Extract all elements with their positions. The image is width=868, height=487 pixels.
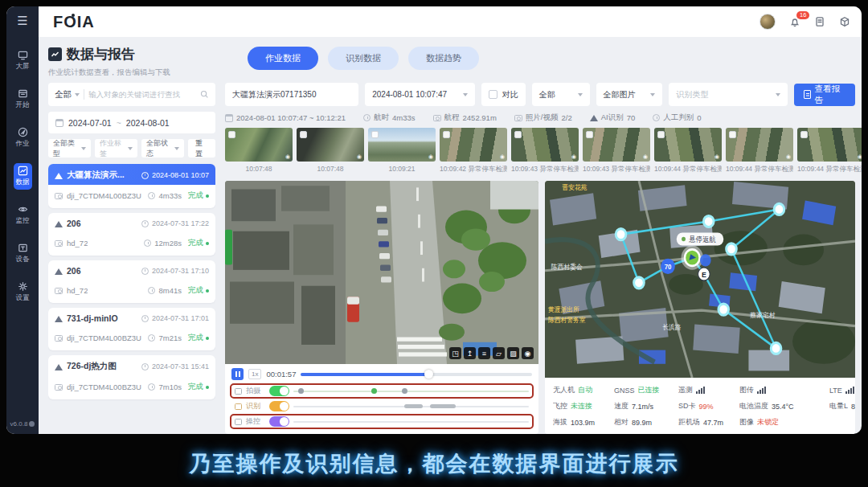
thumb-checkbox[interactable] bbox=[800, 131, 808, 138]
sidebar: ☰ 大屏 开始 作业 数据 监控 设备 bbox=[6, 6, 39, 434]
thumb-checkbox[interactable] bbox=[514, 131, 522, 138]
tab-mission-data[interactable]: 作业数据 bbox=[248, 47, 318, 70]
thumbnail[interactable]: ◉10:09:44 异常停车检测 bbox=[654, 128, 722, 174]
reports-button[interactable] bbox=[814, 16, 825, 27]
sidebar-item-bigscreen[interactable]: 大屏 bbox=[14, 47, 32, 74]
thumb-checkbox[interactable] bbox=[228, 131, 235, 138]
satellite-map: 70 悬停返航 bbox=[545, 181, 855, 378]
edit-icon[interactable]: ▱ bbox=[493, 347, 505, 359]
filter-type-select[interactable]: 全部类型 bbox=[48, 139, 91, 158]
signal-bars-icon bbox=[757, 387, 766, 394]
sidebar-item-label: 数据 bbox=[16, 178, 30, 187]
thumb-checkbox[interactable] bbox=[443, 131, 450, 138]
media-type-icon: ◉ bbox=[571, 153, 576, 160]
thumbnail[interactable]: ◉10:07:48 bbox=[225, 128, 293, 174]
thumb-checkbox[interactable] bbox=[586, 131, 593, 138]
images-select[interactable]: 全部图片 bbox=[596, 83, 663, 106]
media-type-icon: ◉ bbox=[786, 153, 791, 160]
mission-select[interactable]: 大疆算法演示07171350 bbox=[225, 83, 358, 106]
tab-data-trends[interactable]: 数据趋势 bbox=[408, 47, 479, 70]
thumbnail[interactable]: ◉10:09:21 bbox=[368, 128, 436, 174]
thumbnail[interactable]: ◉10:07:48 bbox=[297, 128, 364, 174]
tab-recognition-data[interactable]: 识别数据 bbox=[328, 47, 399, 70]
upload-icon[interactable]: ↥ bbox=[464, 347, 476, 359]
sidebar-item-settings[interactable]: 设置 bbox=[14, 279, 32, 305]
search-icon[interactable] bbox=[200, 90, 209, 99]
status-badge: 完成 bbox=[188, 190, 209, 201]
menu-toggle-icon[interactable]: ☰ bbox=[17, 14, 27, 27]
mission-card[interactable]: 206 2024-07-31 17:10 hd_72 8m41s 完成 bbox=[48, 260, 215, 303]
thumbnail[interactable]: ◉10:09:44 异常停车检测 bbox=[797, 128, 862, 174]
sidebar-item-devices[interactable]: 设备 bbox=[14, 240, 32, 267]
calendar-icon bbox=[55, 119, 63, 127]
sidebar-item-data[interactable]: 数据 bbox=[14, 163, 32, 190]
date-end: 2024-08-01 bbox=[126, 118, 170, 128]
sidebar-item-start[interactable]: 开始 bbox=[14, 86, 32, 113]
thumb-checkbox[interactable] bbox=[729, 131, 736, 138]
search-input[interactable] bbox=[88, 90, 196, 99]
thumbnail[interactable]: ◉10:09:44 异常停车检测 bbox=[726, 128, 793, 174]
control-toggle[interactable] bbox=[269, 416, 289, 427]
notifications-button[interactable]: 16 bbox=[789, 16, 800, 27]
seek-handle[interactable] bbox=[424, 370, 433, 379]
version-dot-icon bbox=[29, 421, 35, 427]
map-viewport[interactable]: 70 悬停返航 bbox=[545, 181, 855, 378]
flight-time-select[interactable]: 2024-08-01 10:07:47 bbox=[365, 83, 475, 106]
camera-icon bbox=[55, 384, 63, 391]
control-track[interactable] bbox=[293, 421, 529, 423]
view-report-button[interactable]: 查看报告 bbox=[794, 84, 855, 106]
mission-list: 大疆算法演示... 2024-08-01 10:07 dji_7CTDM4L00… bbox=[48, 164, 215, 434]
seek-bar[interactable] bbox=[301, 373, 532, 376]
app-version: v6.0.8 bbox=[10, 420, 35, 428]
video-viewport[interactable]: ◳ ↥ ≡ ▱ ▨ ◉ bbox=[225, 181, 538, 364]
compare-checkbox[interactable]: 对比 bbox=[481, 83, 526, 106]
media-type-icon: ◉ bbox=[285, 153, 290, 160]
clock-icon bbox=[363, 114, 371, 121]
recognition-track[interactable] bbox=[293, 406, 529, 407]
apps-button[interactable] bbox=[839, 16, 850, 27]
app-window: ☰ 大屏 开始 作业 数据 监控 设备 bbox=[6, 6, 862, 434]
playback-speed[interactable]: 1x bbox=[248, 369, 261, 379]
media-type-icon: ◉ bbox=[428, 153, 433, 160]
sidebar-item-monitor[interactable]: 监控 bbox=[14, 202, 32, 228]
pause-button[interactable] bbox=[231, 368, 244, 380]
cube-icon bbox=[839, 16, 850, 27]
thumbnail[interactable]: ◉10:09:42 异常停车检测 bbox=[440, 128, 507, 174]
clock-icon bbox=[141, 220, 149, 227]
thumb-checkbox[interactable] bbox=[300, 131, 307, 138]
capture-track[interactable] bbox=[293, 391, 529, 392]
search-scope-select[interactable]: 全部 bbox=[55, 89, 80, 100]
category-select[interactable]: 全部 bbox=[532, 83, 590, 106]
filter-status-select[interactable]: 全部状态 bbox=[141, 139, 184, 158]
thumb-checkbox[interactable] bbox=[371, 131, 379, 138]
thumbnail[interactable]: ◉10:09:43 异常停车检测 bbox=[511, 128, 579, 174]
mission-card[interactable]: 726-dj热力图 2024-07-31 15:41 dji_7CTDM4L00… bbox=[48, 355, 215, 399]
detail-toolbar: 大疆算法演示07171350 2024-08-01 10:07:47 对比 全部… bbox=[225, 83, 855, 106]
playlist-icon[interactable]: ≡ bbox=[478, 347, 490, 359]
date-range-picker[interactable]: 2024-07-01 ~ 2024-08-01 bbox=[48, 112, 215, 133]
reset-button[interactable]: 重置 bbox=[188, 139, 215, 158]
duration-icon bbox=[148, 334, 155, 342]
thumbnail[interactable]: ◉10:09:43 异常停车检测 bbox=[583, 128, 650, 174]
telemetry-panel: 无人机自动 GNSS已连接 遥测 图传 LTE 飞行大脑已连接 飞控未连接 速度… bbox=[545, 378, 855, 434]
duration-icon bbox=[144, 239, 151, 247]
filter-tag-select[interactable]: 作业标签 bbox=[95, 139, 137, 158]
locate-icon[interactable]: ◉ bbox=[522, 347, 534, 359]
thumb-checkbox[interactable] bbox=[657, 131, 665, 138]
sidebar-item-missions[interactable]: 作业 bbox=[14, 125, 32, 151]
recognition-type-select[interactable]: 识别类型 bbox=[669, 83, 788, 106]
signal-bars-icon bbox=[845, 387, 854, 394]
mission-card[interactable]: 206 2024-07-31 17:22 hd_72 12m28s 完成 bbox=[48, 213, 215, 256]
report-icon bbox=[804, 90, 810, 99]
duration-icon bbox=[148, 383, 155, 391]
screenshot-icon[interactable]: ◳ bbox=[449, 347, 461, 359]
capture-toggle[interactable] bbox=[269, 386, 289, 396]
annotate-icon[interactable]: ▨ bbox=[507, 347, 519, 359]
mission-card[interactable]: 731-dj-minIO 2024-07-31 17:01 dji_7CTDM4… bbox=[48, 308, 215, 350]
hover-return-label: 悬停返航 bbox=[677, 232, 723, 245]
mission-icon bbox=[55, 315, 63, 322]
recognition-toggle[interactable] bbox=[269, 401, 289, 411]
user-avatar[interactable] bbox=[760, 14, 776, 30]
calendar-icon bbox=[18, 88, 28, 99]
mission-card[interactable]: 大疆算法演示... 2024-08-01 10:07 dji_7CTDM4L00… bbox=[48, 164, 215, 208]
